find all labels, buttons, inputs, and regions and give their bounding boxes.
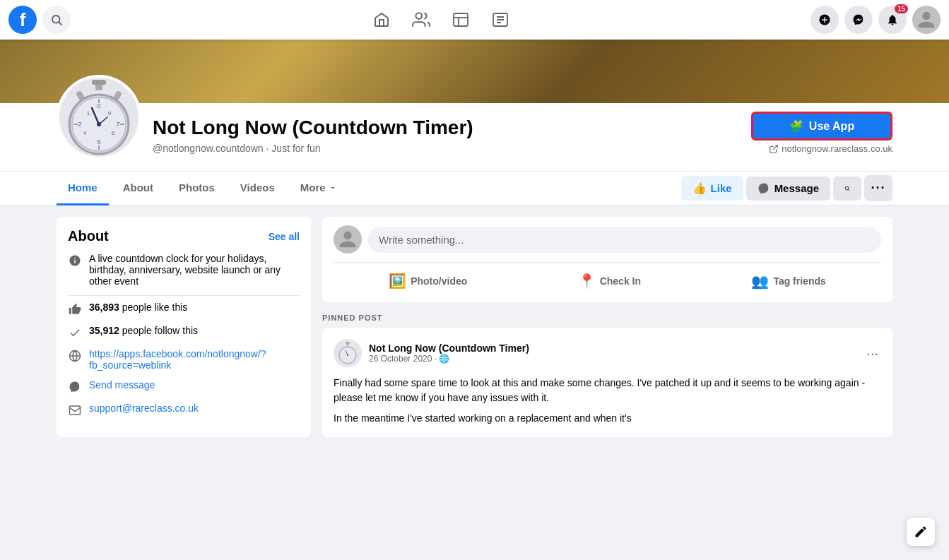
- send-message-link[interactable]: Send message: [89, 379, 155, 391]
- post-page-name: Not Long Now (Countdown Timer): [369, 342, 856, 354]
- messenger-small-icon: [758, 182, 770, 195]
- about-send-message-item: Send message: [68, 379, 300, 394]
- post-card: Not Long Now (Countdown Timer) 26 Octobe…: [322, 328, 892, 437]
- facebook-logo: f: [8, 6, 37, 34]
- about-header: About See all: [68, 228, 300, 244]
- svg-point-27: [845, 186, 849, 190]
- like-page-button[interactable]: 👍 Like: [681, 176, 743, 201]
- message-page-button[interactable]: Message: [746, 177, 830, 201]
- page-handle: @notlongnow.countdown · Just for fun: [153, 143, 740, 154]
- about-card: About See all A live countdown clock for…: [57, 217, 311, 437]
- post-stopwatch-icon: [337, 342, 358, 364]
- info-icon: [68, 254, 82, 268]
- marketplace-nav-button[interactable]: [444, 3, 478, 37]
- thumbs-up-about-icon: [68, 302, 82, 316]
- puzzle-icon: 🧩: [789, 119, 803, 133]
- tag-friends-button[interactable]: 👥 Tag friends: [743, 268, 834, 294]
- svg-text:4: 4: [83, 130, 87, 136]
- create-post-top: Write something...: [334, 225, 881, 254]
- search-page-button[interactable]: [833, 177, 861, 201]
- svg-line-28: [849, 189, 850, 191]
- svg-line-26: [773, 145, 777, 149]
- svg-point-25: [97, 122, 101, 126]
- external-link-icon: [769, 144, 779, 154]
- svg-text:2: 2: [78, 121, 81, 128]
- edit-icon: [914, 525, 928, 539]
- pinned-post-section: PINNED POST: [322, 314, 892, 437]
- svg-text:7: 7: [116, 121, 119, 128]
- about-title: About: [68, 228, 109, 244]
- use-app-button[interactable]: 🧩 Use App: [751, 112, 892, 141]
- tab-more[interactable]: More: [289, 172, 348, 205]
- svg-text:0: 0: [97, 102, 100, 109]
- messenger-button[interactable]: [844, 6, 873, 34]
- page-name: Not Long Now (Countdown Timer): [153, 116, 740, 140]
- svg-line-1: [59, 22, 61, 25]
- user-silhouette-icon: [338, 230, 358, 249]
- post-more-button[interactable]: ···: [863, 342, 881, 364]
- follow-icon: [68, 326, 82, 340]
- ellipsis-icon: ···: [871, 181, 886, 196]
- home-nav-button[interactable]: [365, 3, 399, 37]
- globe-icon: [68, 349, 82, 363]
- svg-point-36: [347, 355, 348, 356]
- website-full-link[interactable]: https://apps.facebook.com/notlongnow/?fb…: [89, 348, 300, 371]
- main-content: About See all A live countdown clock for…: [0, 205, 949, 448]
- user-avatar-small: [334, 225, 362, 254]
- tag-friends-icon: 👥: [751, 273, 769, 290]
- notifications-button[interactable]: 15: [878, 6, 907, 34]
- svg-text:1: 1: [87, 110, 90, 117]
- profile-info: Not Long Now (Countdown Timer) @notlongn…: [153, 116, 740, 160]
- search-button[interactable]: [42, 6, 71, 34]
- pages-nav-button[interactable]: [483, 3, 517, 37]
- check-in-button[interactable]: 📍 Check In: [570, 268, 649, 294]
- about-email-item: support@rareclass.co.uk: [68, 403, 300, 417]
- page-tab-nav: Home About Photos Videos More 👍 Like Mes…: [0, 172, 949, 205]
- tab-videos[interactable]: Videos: [229, 172, 286, 205]
- thumbs-up-icon: 👍: [692, 181, 707, 195]
- nav-right-actions: 15: [811, 6, 941, 34]
- photo-video-icon: 🖼️: [389, 273, 406, 290]
- about-likes-item: 36,893 people like this: [68, 302, 300, 316]
- page-profile-picture: 0 5 2 7 1 9 4 6: [57, 75, 141, 160]
- photo-video-button[interactable]: 🖼️ Photo/video: [380, 268, 476, 294]
- create-post-actions: 🖼️ Photo/video 📍 Check In 👥 Tag friends: [334, 268, 881, 294]
- website-link: notlongnow.rareclass.co.uk: [769, 143, 892, 154]
- svg-point-2: [415, 13, 422, 19]
- tab-about[interactable]: About: [112, 172, 165, 205]
- profile-section: 0 5 2 7 1 9 4 6 Not Long Now (Countdown …: [0, 103, 949, 172]
- post-text-3: In the meantime I've started working on …: [334, 411, 881, 426]
- tab-home[interactable]: Home: [57, 172, 109, 205]
- svg-text:9: 9: [108, 110, 112, 117]
- pinned-label: PINNED POST: [322, 314, 892, 322]
- website-url[interactable]: notlongnow.rareclass.co.uk: [782, 143, 892, 154]
- post-page-avatar: [334, 339, 362, 367]
- page-wrapper: 0 5 2 7 1 9 4 6 Not Long Now (Countdown …: [0, 40, 949, 448]
- edit-scroll-button[interactable]: [907, 518, 935, 546]
- friends-nav-button[interactable]: [404, 3, 438, 37]
- nav-center: [71, 3, 811, 37]
- email-link[interactable]: support@rareclass.co.uk: [89, 403, 199, 414]
- svg-rect-6: [92, 80, 106, 85]
- svg-rect-30: [70, 406, 81, 415]
- post-header: Not Long Now (Countdown Timer) 26 Octobe…: [334, 339, 881, 367]
- post-meta: 26 October 2020 · 🌐: [369, 354, 856, 364]
- create-post-card: Write something... 🖼️ Photo/video 📍 Chec…: [322, 217, 892, 302]
- create-post-input[interactable]: Write something...: [367, 227, 881, 253]
- right-column: Write something... 🖼️ Photo/video 📍 Chec…: [322, 217, 892, 437]
- top-navigation: f: [0, 0, 949, 40]
- svg-text:5: 5: [97, 138, 100, 145]
- svg-rect-3: [454, 13, 468, 26]
- see-all-link[interactable]: See all: [269, 231, 300, 242]
- cover-photo: [0, 40, 949, 103]
- location-pin-icon: 📍: [578, 273, 596, 290]
- message-about-icon: [68, 380, 82, 394]
- left-column: About See all A live countdown clock for…: [57, 217, 311, 437]
- tab-photos[interactable]: Photos: [167, 172, 226, 205]
- account-avatar[interactable]: [912, 6, 941, 34]
- post-page-info: Not Long Now (Countdown Timer) 26 Octobe…: [369, 342, 856, 364]
- create-button[interactable]: [811, 6, 839, 34]
- more-actions-button[interactable]: ···: [864, 175, 892, 201]
- stopwatch-icon: 0 5 2 7 1 9 4 6: [64, 78, 134, 156]
- chevron-down-icon: [329, 184, 337, 192]
